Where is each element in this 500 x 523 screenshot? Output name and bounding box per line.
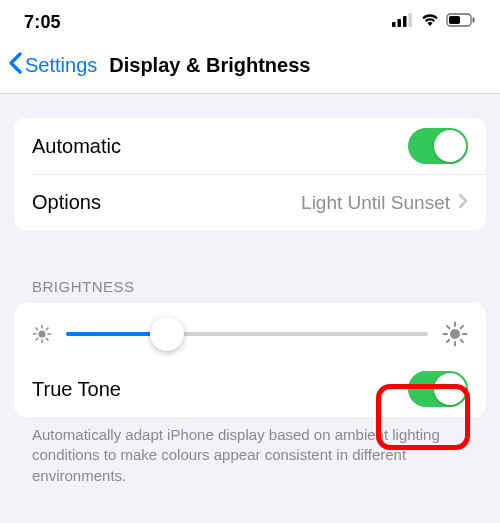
true-tone-toggle[interactable] [408, 371, 468, 407]
brightness-header: BRIGHTNESS [14, 278, 486, 303]
sun-big-icon [442, 321, 468, 347]
svg-line-15 [46, 328, 48, 330]
svg-rect-2 [403, 16, 407, 27]
toggle-knob [434, 373, 466, 405]
true-tone-label: True Tone [32, 378, 408, 401]
brightness-slider[interactable] [66, 332, 428, 336]
brightness-slider-row [14, 303, 486, 361]
automatic-label: Automatic [32, 135, 408, 158]
toggle-knob [434, 130, 466, 162]
chevron-right-icon [458, 191, 468, 214]
options-label: Options [32, 191, 301, 214]
svg-line-23 [447, 340, 449, 342]
brightness-group: True Tone [14, 303, 486, 417]
svg-rect-3 [409, 13, 413, 27]
svg-rect-5 [449, 16, 460, 24]
status-time: 7:05 [24, 12, 61, 33]
appearance-group: Automatic Options Light Until Sunset [14, 118, 486, 230]
automatic-row: Automatic [14, 118, 486, 174]
options-row[interactable]: Options Light Until Sunset [32, 174, 486, 230]
chevron-left-icon [8, 52, 23, 79]
svg-rect-1 [398, 19, 402, 27]
svg-line-22 [461, 340, 463, 342]
nav-bar: Settings Display & Brightness [0, 44, 500, 94]
svg-point-16 [450, 329, 460, 339]
battery-icon [446, 13, 476, 31]
svg-line-21 [447, 326, 449, 328]
cellular-icon [392, 13, 414, 31]
svg-line-14 [36, 338, 38, 340]
svg-rect-0 [392, 22, 396, 27]
svg-line-24 [461, 326, 463, 328]
slider-thumb [150, 317, 184, 351]
automatic-toggle[interactable] [408, 128, 468, 164]
status-bar: 7:05 [0, 0, 500, 44]
svg-rect-6 [473, 18, 475, 23]
true-tone-row: True Tone [14, 361, 486, 417]
options-value: Light Until Sunset [301, 192, 450, 214]
svg-line-13 [46, 338, 48, 340]
sun-small-icon [32, 324, 52, 344]
status-icons [392, 13, 476, 31]
wifi-icon [420, 13, 440, 31]
true-tone-description: Automatically adapt iPhone display based… [14, 417, 486, 486]
back-label: Settings [25, 54, 97, 77]
svg-point-7 [39, 331, 46, 338]
back-button[interactable]: Settings [8, 52, 97, 79]
svg-line-12 [36, 328, 38, 330]
page-title: Display & Brightness [109, 54, 310, 77]
